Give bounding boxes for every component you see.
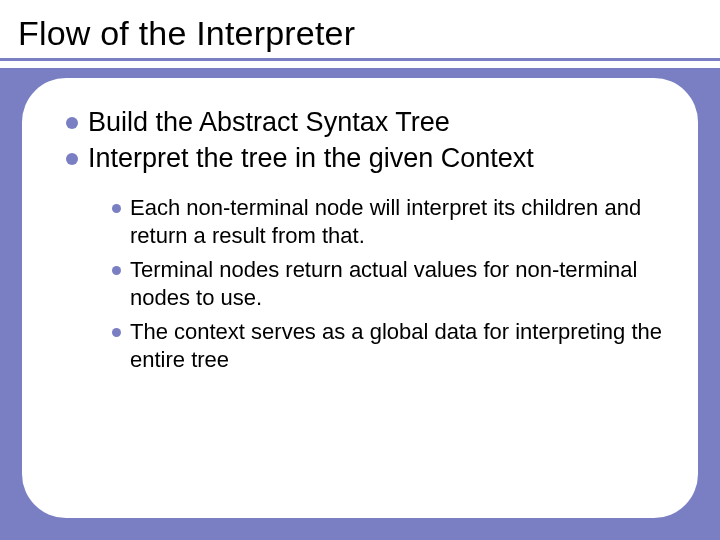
sub-bullet: The context serves as a global data for …	[112, 318, 662, 374]
main-list: Build the Abstract Syntax Tree Interpret…	[66, 106, 662, 176]
title-underline	[0, 58, 720, 61]
content-card: Build the Abstract Syntax Tree Interpret…	[22, 78, 698, 518]
title-bar: Flow of the Interpreter	[0, 0, 720, 68]
main-bullet: Interpret the tree in the given Context	[66, 142, 662, 176]
sub-bullet: Terminal nodes return actual values for …	[112, 256, 662, 312]
main-bullet: Build the Abstract Syntax Tree	[66, 106, 662, 140]
slide-title: Flow of the Interpreter	[18, 14, 702, 53]
sub-bullet: Each non-terminal node will interpret it…	[112, 194, 662, 250]
sub-list: Each non-terminal node will interpret it…	[112, 194, 662, 375]
